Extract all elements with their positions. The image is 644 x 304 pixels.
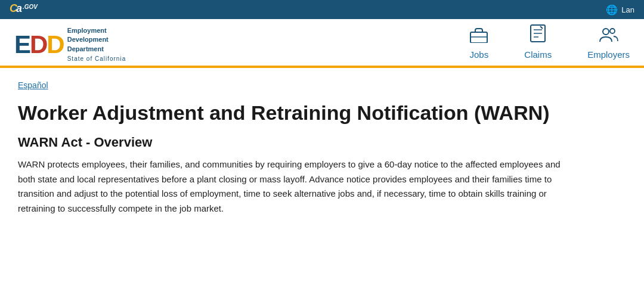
main-content: Español Worker Adjustment and Retraining… (0, 68, 596, 228)
globe-icon: 🌐 (606, 4, 618, 15)
edd-logo[interactable]: EDD Employment Development Department St… (14, 26, 126, 63)
logo-area: EDD Employment Development Department St… (14, 26, 145, 63)
svg-line-9 (540, 26, 543, 29)
svg-point-10 (603, 29, 609, 35)
top-bar: C a .GOV 🌐 Lan (0, 0, 644, 19)
section-title: WARN Act - Overview (18, 135, 578, 150)
nav-jobs[interactable]: Jobs (469, 26, 488, 60)
dept-line3: Department (67, 45, 126, 54)
ca-gov-logo: C a .GOV (10, 2, 45, 17)
ca-logo-text: C a .GOV (10, 2, 45, 17)
nav-claims[interactable]: Claims (524, 24, 552, 60)
nav-employers[interactable]: Employers (587, 26, 630, 60)
dept-line2: Development (67, 35, 126, 44)
employers-icon (599, 26, 619, 47)
svg-text:.GOV: .GOV (23, 4, 38, 10)
edd-dept-text: Employment Development Department State … (67, 26, 126, 63)
edd-letters: EDD (14, 32, 64, 57)
espanol-link[interactable]: Español (18, 80, 48, 90)
dept-line1: Employment (67, 26, 126, 35)
claims-label: Claims (524, 49, 552, 60)
state-line: State of California (67, 55, 126, 63)
jobs-label: Jobs (469, 49, 488, 60)
top-bar-right[interactable]: 🌐 Lan (606, 4, 634, 15)
svg-rect-3 (470, 32, 487, 43)
language-label[interactable]: Lan (621, 5, 634, 14)
svg-point-11 (610, 29, 615, 33)
page-title: Worker Adjustment and Retraining Notific… (18, 101, 578, 125)
site-header: EDD Employment Development Department St… (0, 19, 644, 68)
jobs-icon (469, 26, 488, 47)
main-nav: Jobs Claims (469, 24, 630, 66)
employers-label: Employers (587, 49, 630, 60)
svg-text:a: a (16, 2, 22, 14)
claims-icon (530, 24, 546, 47)
section-body: WARN protects employees, their families,… (18, 157, 566, 216)
